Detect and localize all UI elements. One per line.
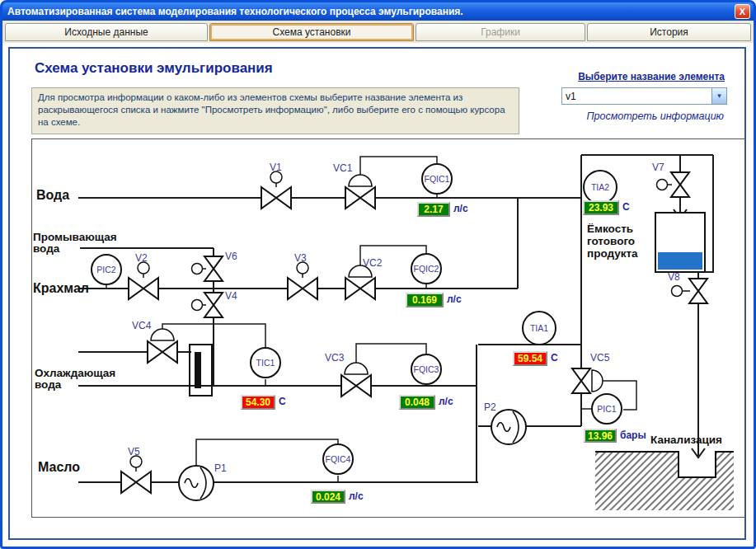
- readout-tic1: 54.30: [241, 395, 275, 410]
- stream-label-washing-line2: вода: [33, 243, 59, 256]
- pump-p1[interactable]: [179, 466, 214, 500]
- readout-tia2: 23.93: [583, 200, 619, 215]
- valve-tag-v3: V3: [294, 252, 307, 264]
- view-info-link[interactable]: Просмотреть информацию: [577, 110, 724, 122]
- sewer-label: Канализация: [650, 434, 722, 447]
- valve-tag-v4: V4: [225, 290, 237, 302]
- readout-fqic1: 2.17: [417, 202, 450, 217]
- tab-installation-scheme[interactable]: Схема установки: [209, 23, 414, 41]
- stream-label-starch: Крахмал: [33, 281, 89, 296]
- unit-fqic1: л/с: [453, 203, 468, 214]
- valve-tag-vc4: VC4: [132, 320, 151, 331]
- instruction-box: Для просмотра информации о каком-либо из…: [31, 87, 519, 134]
- instrument-fqic2[interactable]: FQIC2: [411, 253, 442, 284]
- unit-tia1: C: [551, 352, 558, 364]
- window-title: Автоматизированная система моделирования…: [7, 6, 463, 17]
- valve-tag-v7: V7: [652, 162, 664, 173]
- instrument-tic1[interactable]: TIC1: [250, 347, 281, 378]
- dropdown-selected-value: v1: [566, 91, 576, 102]
- valve-tag-vc3: VC3: [325, 352, 344, 364]
- valve-tag-v6: V6: [225, 251, 237, 262]
- readout-fqic2: 0.169: [406, 293, 444, 307]
- tab-history[interactable]: История: [587, 23, 751, 41]
- tank-label-line3: продукта: [587, 248, 638, 260]
- valve-tag-vc1: VC1: [333, 162, 352, 174]
- tank-label-line1: Ёмкость: [587, 223, 633, 236]
- tab-strip: Исходные данные Схема установки Графики …: [2, 21, 754, 43]
- chevron-down-icon[interactable]: ▼: [711, 88, 726, 104]
- unit-tic1: C: [279, 396, 286, 407]
- valve-tag-v2: V2: [135, 252, 148, 264]
- unit-tia2: C: [622, 201, 630, 213]
- unit-fqic2: л/с: [447, 293, 462, 305]
- unit-pic1: бары: [620, 429, 646, 441]
- stream-label-oil: Масло: [38, 460, 80, 475]
- tab-graphs[interactable]: Графики: [416, 23, 585, 41]
- pump-p2[interactable]: [491, 410, 526, 444]
- valve-tag-v1: V1: [270, 162, 282, 173]
- readout-fqic3: 0.048: [399, 395, 435, 410]
- stream-label-water: Вода: [36, 188, 69, 203]
- instrument-tia2[interactable]: TIA2: [583, 170, 617, 204]
- valve-tag-vc5: VC5: [590, 352, 609, 364]
- instrument-fqic3[interactable]: FQIC3: [411, 354, 442, 385]
- tank-liquid-level: [658, 252, 702, 270]
- readout-pic1: 13.96: [584, 429, 617, 443]
- readout-fqic4: 0.024: [311, 490, 345, 504]
- pump-tag-p2: P2: [484, 401, 496, 413]
- unit-fqic3: л/с: [439, 396, 453, 407]
- valve-tag-v8: V8: [668, 271, 680, 283]
- stream-label-cooling-line2: вода: [35, 379, 61, 392]
- application-window: Автоматизированная система моделирования…: [0, 0, 756, 549]
- valve-tag-vc2: VC2: [363, 257, 382, 269]
- title-bar: Автоматизированная система моделирования…: [2, 2, 754, 21]
- readout-tia1: 59.54: [513, 351, 547, 366]
- instrument-fqic1[interactable]: FQIC1: [421, 163, 453, 195]
- pump-tag-p1: P1: [214, 462, 227, 474]
- instrument-tia1[interactable]: TIA1: [522, 311, 556, 345]
- unit-fqic4: л/с: [349, 490, 364, 502]
- select-element-label: Выберите название элемента: [563, 71, 725, 82]
- tank-label-line2: готового: [587, 236, 635, 248]
- instrument-fqic4[interactable]: FQIC4: [322, 443, 354, 475]
- instrument-pic1[interactable]: PIC1: [591, 393, 622, 425]
- valve-tag-v5: V5: [128, 446, 140, 458]
- page-title: Схема установки эмульгирования: [35, 60, 273, 77]
- element-dropdown[interactable]: v1 ▼: [561, 87, 727, 105]
- tab-initial-data[interactable]: Исходные данные: [5, 23, 208, 41]
- product-tank[interactable]: [655, 213, 705, 272]
- instrument-pic2[interactable]: PIC2: [91, 254, 122, 285]
- close-button[interactable]: X: [735, 4, 750, 19]
